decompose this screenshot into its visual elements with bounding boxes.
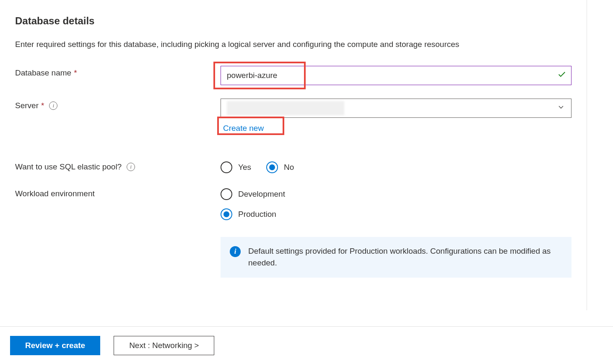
section-description: Enter required settings for this databas… <box>15 39 571 51</box>
section-title: Database details <box>15 15 571 27</box>
radio-checked-icon <box>266 161 278 173</box>
create-new-server-link[interactable]: Create new <box>221 122 266 135</box>
next-networking-button[interactable]: Next : Networking > <box>114 336 214 355</box>
elastic-pool-control: Yes No <box>221 160 571 173</box>
workload-env-row: Workload environment Development Product… <box>15 187 571 220</box>
radio-label: Production <box>238 210 276 219</box>
server-row: Server * i Create new <box>15 99 571 135</box>
database-details-form: Database details Enter required settings… <box>0 0 587 310</box>
radio-checked-icon <box>221 208 232 220</box>
radio-unchecked-icon <box>221 188 232 200</box>
chevron-down-icon <box>557 103 565 113</box>
workload-development-radio[interactable]: Development <box>221 188 285 200</box>
checkmark-icon <box>557 70 566 81</box>
callout-text: Default settings provided for Production… <box>248 245 562 269</box>
radio-label: Yes <box>238 163 251 172</box>
server-label-text: Server <box>15 101 39 110</box>
radio-unchecked-icon <box>221 161 232 173</box>
workload-env-label: Workload environment <box>15 187 221 198</box>
workload-env-radio-group: Development Production <box>221 187 571 220</box>
elastic-pool-label: Want to use SQL elastic pool? i <box>15 160 221 172</box>
required-indicator-icon: * <box>41 101 44 110</box>
redacted-server-value <box>227 101 344 115</box>
radio-label: No <box>284 163 294 172</box>
radio-label: Development <box>238 190 285 199</box>
server-select[interactable] <box>221 99 571 118</box>
database-name-row: Database name * <box>15 66 571 85</box>
elastic-pool-no-radio[interactable]: No <box>266 161 294 173</box>
workload-env-label-text: Workload environment <box>15 189 95 198</box>
elastic-pool-row: Want to use SQL elastic pool? i Yes No <box>15 160 571 173</box>
wizard-footer: Review + create Next : Networking > <box>0 326 613 364</box>
elastic-pool-radio-group: Yes No <box>221 160 571 173</box>
production-info-callout: i Default settings provided for Producti… <box>221 237 571 278</box>
review-create-button[interactable]: Review + create <box>10 336 100 355</box>
info-icon[interactable]: i <box>49 101 57 110</box>
database-name-control <box>221 66 571 85</box>
server-control: Create new <box>221 99 571 135</box>
database-name-label: Database name * <box>15 66 221 78</box>
server-label: Server * i <box>15 99 221 110</box>
required-indicator-icon: * <box>74 68 77 78</box>
info-filled-icon: i <box>230 246 241 257</box>
workload-env-control: Development Production <box>221 187 571 220</box>
elastic-pool-yes-radio[interactable]: Yes <box>221 161 251 173</box>
elastic-pool-label-text: Want to use SQL elastic pool? <box>15 162 122 172</box>
workload-production-radio[interactable]: Production <box>221 208 276 220</box>
database-name-label-text: Database name <box>15 68 71 78</box>
database-name-input[interactable] <box>221 66 571 85</box>
info-icon[interactable]: i <box>127 163 135 171</box>
